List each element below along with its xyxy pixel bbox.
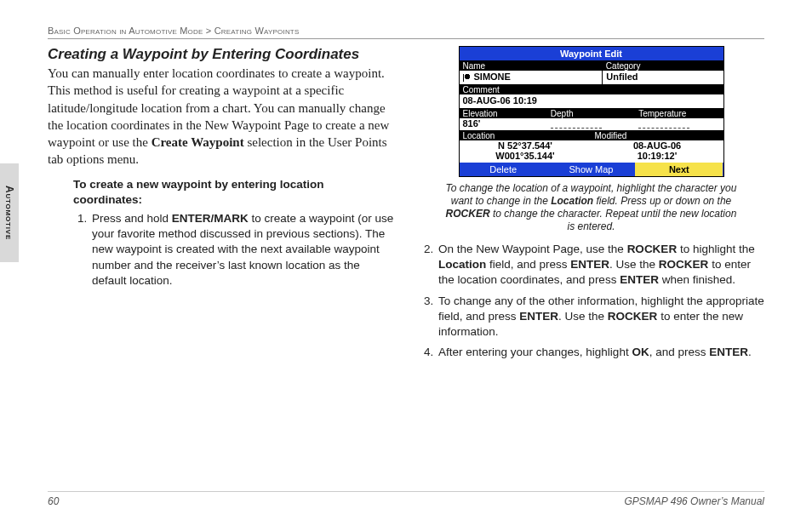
device-next-button[interactable]: Next (635, 163, 723, 176)
device-delete-button[interactable]: Delete (460, 163, 547, 176)
intro-paragraph: You can manually enter location coordina… (48, 65, 394, 169)
breadcrumb-sep: > (206, 26, 212, 36)
left-column: Creating a Waypoint by Entering Coordina… (48, 44, 394, 366)
device-title: Waypoint Edit (460, 47, 723, 60)
breadcrumb-section: Basic Operation in Automotive Mode (48, 26, 203, 36)
figure-caption: To change the location of a waypoint, hi… (443, 182, 741, 233)
step-3: To change any of the other information, … (437, 294, 764, 340)
device-screenshot: Waypoint Edit NameCategory SIMONE Unfile… (459, 46, 724, 177)
right-column: Waypoint Edit NameCategory SIMONE Unfile… (418, 44, 764, 366)
label-comment: Comment (460, 84, 503, 94)
flag-icon (463, 74, 472, 82)
value-elevation: 816' (460, 118, 547, 130)
value-location: N 52°37.544' W001°35.144' (460, 140, 592, 163)
device-showmap-button[interactable]: Show Map (547, 163, 635, 176)
side-tab-label: Automotive (3, 186, 15, 240)
value-temperature (635, 118, 723, 130)
label-depth: Depth (547, 108, 635, 118)
label-category: Category (603, 60, 723, 71)
step-1: Press and hold ENTER/MARK to create a wa… (90, 211, 394, 289)
page-footer: 60 GPSMAP 496 Owner’s Manual (48, 491, 764, 507)
section-heading: Creating a Waypoint by Entering Coordina… (48, 46, 394, 63)
label-elevation: Elevation (460, 108, 547, 118)
value-category: Unfiled (603, 71, 723, 84)
value-comment: 08-AUG-06 10:19 (460, 94, 723, 108)
page-number: 60 (48, 495, 59, 507)
breadcrumb-sub: Creating Waypoints (214, 26, 300, 36)
step1-b1: ENTER/MARK (172, 212, 249, 225)
side-tab: Automotive (0, 163, 19, 262)
step-4: After entering your changes, highlight O… (437, 345, 764, 360)
label-modified: Modified (592, 130, 723, 140)
instructions-lead: To create a new waypoint by entering loc… (73, 177, 394, 208)
label-location: Location (460, 130, 592, 140)
manual-title: GPSMAP 496 Owner’s Manual (624, 495, 764, 507)
step1-t1: Press and hold (92, 212, 172, 225)
step-2: On the New Waypoint Page, use the ROCKER… (437, 242, 764, 289)
label-name: Name (460, 60, 603, 71)
value-name: SIMONE (460, 71, 603, 84)
value-modified: 08-AUG-06 10:19:12' (592, 140, 723, 163)
value-depth (547, 118, 635, 130)
para-bold-1: Create Waypoint (152, 135, 244, 149)
breadcrumb: Basic Operation in Automotive Mode > Cre… (48, 26, 764, 39)
label-temperature: Temperature (635, 108, 723, 118)
